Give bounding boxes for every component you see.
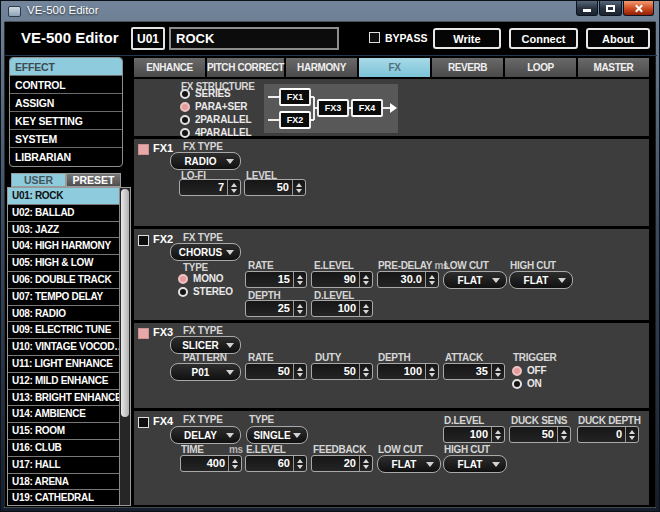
patch-list-item[interactable]: U11: LIGHT ENHANCE bbox=[8, 356, 119, 373]
fx3-duty-spinner[interactable]: 50 bbox=[311, 363, 373, 380]
about-button[interactable]: About bbox=[586, 28, 650, 49]
spinner-arrows-icon[interactable] bbox=[557, 427, 570, 442]
fx2-rate-spinner[interactable]: 15 bbox=[245, 271, 307, 288]
fx4-ducksens-spinner[interactable]: 50 bbox=[509, 426, 571, 443]
fx1-fx-type-select[interactable]: RADIO bbox=[170, 152, 241, 170]
spinner-arrows-icon[interactable] bbox=[625, 427, 638, 442]
scrollbar-thumb[interactable] bbox=[121, 189, 129, 417]
spinner-arrows-icon[interactable] bbox=[359, 301, 372, 316]
patch-list-item[interactable]: U17: HALL bbox=[8, 457, 119, 474]
write-button[interactable]: Write bbox=[433, 28, 501, 49]
patch-list-item[interactable]: U06: DOUBLE TRACK bbox=[8, 272, 119, 289]
fx4-fx-type-select[interactable]: DELAY bbox=[170, 426, 241, 444]
radio-para-ser[interactable]: PARA+SER bbox=[180, 101, 247, 112]
patch-list-item[interactable]: U10: VINTAGE VOCOD… bbox=[8, 339, 119, 356]
sidebar-item-assign[interactable]: ASSIGN bbox=[10, 94, 122, 112]
tab-harmony[interactable]: HARMONY bbox=[286, 58, 357, 77]
fx4-elevel-spinner[interactable]: 60 bbox=[245, 455, 307, 472]
fx4-duckdepth-spinner[interactable]: 0 bbox=[577, 426, 639, 443]
fx1-lofi-spinner[interactable]: 7 bbox=[179, 179, 241, 196]
sidebar-item-librarian[interactable]: LIBRARIAN bbox=[10, 148, 122, 166]
patch-list-item[interactable]: U04: HIGH HARMONY bbox=[8, 238, 119, 255]
patch-list-item[interactable]: U15: ROOM bbox=[8, 423, 119, 440]
tab-user[interactable]: USER bbox=[11, 173, 66, 187]
tab-preset[interactable]: PRESET bbox=[66, 173, 121, 187]
spinner-arrows-icon[interactable] bbox=[491, 427, 504, 442]
fx4-time-spinner[interactable]: 400 bbox=[180, 455, 242, 472]
patch-list-item[interactable]: U13: BRIGHT ENHANCE bbox=[8, 390, 119, 407]
tab-enhance[interactable]: ENHANCE bbox=[134, 58, 205, 77]
tab-pitch-correct[interactable]: PITCH CORRECT bbox=[207, 58, 284, 77]
spinner-arrows-icon[interactable] bbox=[293, 364, 306, 379]
fx3-attack-spinner[interactable]: 35 bbox=[443, 363, 505, 380]
spinner-arrows-icon[interactable] bbox=[425, 364, 438, 379]
fx4-enable-checkbox[interactable] bbox=[138, 417, 149, 428]
radio-2parallel[interactable]: 2PARALLEL bbox=[180, 114, 251, 125]
spinner-arrows-icon[interactable] bbox=[359, 364, 372, 379]
fx2-radio-stereo[interactable]: STEREO bbox=[178, 286, 233, 297]
fx4-highcut-select[interactable]: FLAT bbox=[443, 455, 507, 473]
spinner-arrows-icon[interactable] bbox=[359, 456, 372, 471]
patch-list-scrollbar[interactable] bbox=[119, 188, 130, 505]
sidebar-item-key-setting[interactable]: KEY SETTING bbox=[10, 112, 122, 130]
fx4-lowcut-select[interactable]: FLAT bbox=[377, 455, 441, 473]
fx1-level-spinner[interactable]: 50 bbox=[244, 179, 306, 196]
patch-list-item[interactable]: U01: ROCK bbox=[8, 188, 119, 205]
spinner-arrows-icon[interactable] bbox=[425, 272, 438, 287]
patch-list-item[interactable]: U18: ARENA bbox=[8, 474, 119, 491]
fx3-trigger-on-radio[interactable]: ON bbox=[512, 378, 542, 389]
patch-list-item[interactable]: U03: JAZZ bbox=[8, 222, 119, 239]
fx2-dlevel-spinner[interactable]: 100 bbox=[311, 300, 373, 317]
minimize-button[interactable] bbox=[576, 1, 598, 16]
patch-list-item[interactable]: U12: MILD ENHANCE bbox=[8, 373, 119, 390]
patch-list-item[interactable]: U09: ELECTRIC TUNE bbox=[8, 322, 119, 339]
fx2-enable-checkbox[interactable] bbox=[138, 235, 149, 246]
patch-list-item[interactable]: U16: CLUB bbox=[8, 440, 119, 457]
fx3-trigger-off-radio[interactable]: OFF bbox=[512, 365, 546, 376]
close-button[interactable] bbox=[623, 1, 654, 16]
fx2-fx-type-select[interactable]: CHORUS bbox=[170, 243, 241, 261]
fx1-enable-checkbox[interactable] bbox=[138, 144, 149, 155]
fx2-depth-spinner[interactable]: 25 bbox=[245, 300, 307, 317]
patch-list-item[interactable]: U07: TEMPO DELAY bbox=[8, 289, 119, 306]
radio-4parallel[interactable]: 4PARALLEL bbox=[180, 127, 251, 138]
spinner-arrows-icon[interactable] bbox=[491, 364, 504, 379]
spinner-arrows-icon[interactable] bbox=[228, 456, 241, 471]
sidebar-item-control[interactable]: CONTROL bbox=[10, 76, 122, 94]
tab-master[interactable]: MASTER bbox=[578, 58, 649, 77]
bypass-checkbox[interactable] bbox=[369, 32, 380, 43]
spinner-arrows-icon[interactable] bbox=[293, 272, 306, 287]
fx2-radio-mono[interactable]: MONO bbox=[178, 273, 223, 284]
fx3-depth-spinner[interactable]: 100 bbox=[377, 363, 439, 380]
spinner-arrows-icon[interactable] bbox=[292, 180, 305, 195]
spinner-arrows-icon[interactable] bbox=[293, 301, 306, 316]
patch-list-item[interactable]: U19: CATHEDRAL bbox=[8, 490, 119, 506]
patch-list-item[interactable]: U14: AMBIENCE bbox=[8, 406, 119, 423]
fx3-enable-checkbox[interactable] bbox=[138, 328, 149, 339]
tab-reverb[interactable]: REVERB bbox=[432, 58, 503, 77]
patch-list-item[interactable]: U02: BALLAD bbox=[8, 205, 119, 222]
spinner-arrows-icon[interactable] bbox=[227, 180, 240, 195]
tab-loop[interactable]: LOOP bbox=[505, 58, 576, 77]
fx4-type-select[interactable]: SINGLE bbox=[246, 426, 308, 444]
fx2-highcut-select[interactable]: FLAT bbox=[509, 271, 573, 289]
fx4-dlevel-spinner[interactable]: 100 bbox=[443, 426, 505, 443]
fx3-pattern-select[interactable]: P01 bbox=[170, 363, 241, 381]
radio-series[interactable]: SERIES bbox=[180, 88, 230, 99]
tab-fx[interactable]: FX bbox=[359, 58, 430, 77]
sidebar-item-effect[interactable]: EFFECT bbox=[10, 58, 122, 76]
spinner-arrows-icon[interactable] bbox=[293, 456, 306, 471]
maximize-button[interactable] bbox=[599, 1, 622, 16]
patch-list-item[interactable]: U05: HIGH & LOW bbox=[8, 255, 119, 272]
patch-list-item[interactable]: U08: RADIO bbox=[8, 306, 119, 323]
fx2-elevel-spinner[interactable]: 90 bbox=[311, 271, 373, 288]
connect-button[interactable]: Connect bbox=[509, 28, 578, 49]
fx2-predelay-spinner[interactable]: 30.0 bbox=[377, 271, 439, 288]
spinner-arrows-icon[interactable] bbox=[359, 272, 372, 287]
fx4-feedback-spinner[interactable]: 20 bbox=[311, 455, 373, 472]
patch-name-input[interactable] bbox=[169, 27, 339, 50]
patch-list: U01: ROCK U02: BALLAD U03: JAZZ U04: HIG… bbox=[7, 187, 131, 506]
fx2-lowcut-select[interactable]: FLAT bbox=[443, 271, 507, 289]
fx3-rate-spinner[interactable]: 50 bbox=[245, 363, 307, 380]
sidebar-item-system[interactable]: SYSTEM bbox=[10, 130, 122, 148]
